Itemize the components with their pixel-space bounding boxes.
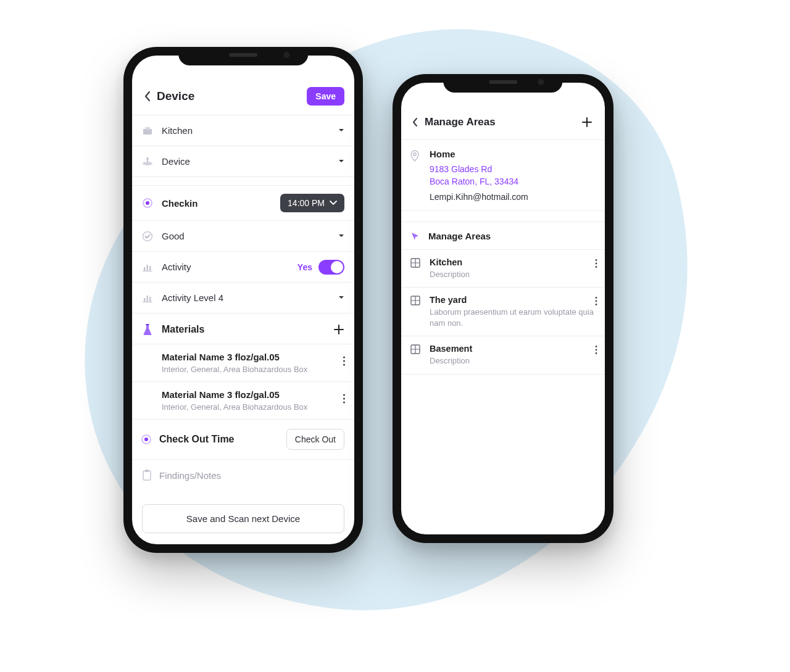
- chevron-down-icon: [330, 201, 337, 205]
- svg-rect-0: [143, 129, 152, 135]
- checkin-time-value: 14:00 PM: [288, 198, 325, 208]
- caret-down-icon: [338, 159, 344, 164]
- area-item[interactable]: The yard Laborum praesentium ut earum vo…: [401, 288, 605, 336]
- material-item[interactable]: Material Name 3 floz/gal.05 Interior, Ge…: [132, 382, 354, 420]
- row-label: Good: [162, 231, 331, 241]
- layout-icon: [410, 295, 421, 306]
- svg-point-31: [596, 266, 597, 268]
- row-label: Activity: [162, 262, 290, 272]
- svg-point-22: [343, 401, 345, 403]
- svg-point-6: [146, 201, 149, 205]
- room-icon: [141, 124, 154, 138]
- row-label: Checkin: [162, 198, 273, 209]
- svg-rect-26: [145, 470, 149, 472]
- areas-section-header: Manage Areas: [401, 222, 605, 250]
- material-subtitle: Interior, General, Area Biohazardous Box: [162, 365, 344, 374]
- area-subtitle: Laborum praesentium ut earum voluptate q…: [430, 307, 595, 328]
- clipboard-icon: [142, 469, 152, 481]
- svg-point-20: [343, 394, 345, 396]
- back-button[interactable]: [137, 86, 157, 106]
- more-menu-button[interactable]: [343, 393, 346, 404]
- phone-notch: [178, 47, 308, 65]
- layout-icon: [410, 257, 421, 268]
- device-selector[interactable]: Device: [132, 146, 354, 177]
- phone-device-form: Device Save Kitchen Device: [123, 47, 363, 553]
- svg-point-21: [343, 397, 345, 399]
- svg-rect-10: [149, 266, 151, 271]
- material-subtitle: Interior, General, Area Biohazardous Box: [162, 402, 344, 412]
- save-scan-next-button[interactable]: Save and Scan next Device: [142, 504, 344, 533]
- bar-chart-icon: [141, 291, 154, 305]
- good-selector[interactable]: Good: [132, 221, 354, 252]
- more-menu-button[interactable]: [595, 345, 597, 355]
- svg-point-17: [343, 356, 345, 358]
- areas-section-title: Manage Areas: [428, 231, 491, 241]
- add-area-button[interactable]: [578, 113, 596, 131]
- svg-point-18: [343, 360, 345, 362]
- svg-point-33: [596, 297, 597, 299]
- more-menu-button[interactable]: [343, 355, 346, 367]
- phone-manage-areas: Manage Areas Home 9183 Glades Rd Boca Ra…: [393, 74, 613, 543]
- svg-point-19: [343, 363, 345, 365]
- svg-rect-1: [145, 127, 150, 130]
- phone-notch: [443, 74, 562, 93]
- svg-point-29: [596, 259, 597, 261]
- section-gap: [132, 177, 354, 186]
- area-item[interactable]: Kitchen Description: [401, 250, 605, 288]
- svg-point-27: [414, 153, 416, 156]
- svg-point-7: [143, 231, 152, 241]
- row-label: Kitchen: [162, 125, 331, 136]
- activity-level-selector[interactable]: Activity Level 4: [132, 283, 354, 313]
- area-title: Basement: [430, 344, 595, 354]
- row-label: Activity Level 4: [162, 292, 331, 303]
- plus-icon: [581, 117, 592, 128]
- svg-point-38: [596, 349, 597, 351]
- page-title: Device: [157, 89, 307, 103]
- target-icon: [141, 434, 152, 445]
- checkout-button[interactable]: Check Out: [286, 429, 344, 450]
- area-subtitle: Description: [430, 355, 595, 367]
- check-badge-icon: [141, 230, 154, 243]
- checkout-row: Check Out Time Check Out: [132, 420, 354, 460]
- flask-icon: [141, 323, 154, 336]
- area-item[interactable]: Basement Description: [401, 336, 605, 375]
- activity-row: Activity Yes: [132, 252, 354, 283]
- checkin-row: Checkin 14:00 PM: [132, 186, 354, 221]
- materials-title: Materials: [162, 324, 326, 335]
- svg-rect-12: [144, 298, 146, 302]
- cursor-icon: [410, 231, 421, 242]
- activity-toggle[interactable]: [318, 260, 344, 275]
- home-email: Lempi.Kihn@hotmail.com: [430, 192, 528, 202]
- svg-point-30: [596, 262, 597, 264]
- caret-down-icon: [338, 296, 344, 300]
- kitchen-selector[interactable]: Kitchen: [132, 115, 354, 146]
- material-title: Material Name 3 floz/gal.05: [162, 389, 344, 400]
- area-subtitle: Description: [430, 269, 595, 280]
- back-button[interactable]: [405, 112, 425, 132]
- add-material-button[interactable]: [333, 324, 344, 335]
- svg-point-37: [596, 346, 597, 347]
- row-label: Device: [162, 156, 331, 167]
- header: Manage Areas: [401, 107, 605, 140]
- chevron-left-icon: [144, 91, 151, 102]
- svg-point-34: [596, 301, 597, 302]
- save-button[interactable]: Save: [307, 87, 344, 106]
- home-address[interactable]: 9183 Glades Rd Boca Raton, FL, 33434: [430, 163, 528, 188]
- notes-placeholder: Findings/Notes: [159, 470, 221, 481]
- caret-down-icon: [338, 128, 344, 133]
- more-menu-button[interactable]: [595, 259, 597, 268]
- svg-rect-8: [144, 267, 146, 271]
- notes-field[interactable]: Findings/Notes: [132, 460, 354, 491]
- checkout-label: Check Out Time: [159, 434, 279, 445]
- pin-icon: [410, 149, 422, 202]
- svg-rect-14: [149, 297, 151, 302]
- svg-rect-16: [146, 324, 149, 325]
- more-menu-button[interactable]: [595, 296, 597, 306]
- material-item[interactable]: Material Name 3 floz/gal.05 Interior, Ge…: [132, 344, 354, 382]
- bar-chart-icon: [141, 260, 154, 274]
- svg-point-24: [144, 438, 148, 441]
- materials-header-row: Materials: [132, 313, 354, 344]
- page-title: Manage Areas: [425, 116, 578, 128]
- checkin-time-picker[interactable]: 14:00 PM: [280, 194, 344, 212]
- home-info-block: Home 9183 Glades Rd Boca Raton, FL, 3343…: [401, 140, 605, 211]
